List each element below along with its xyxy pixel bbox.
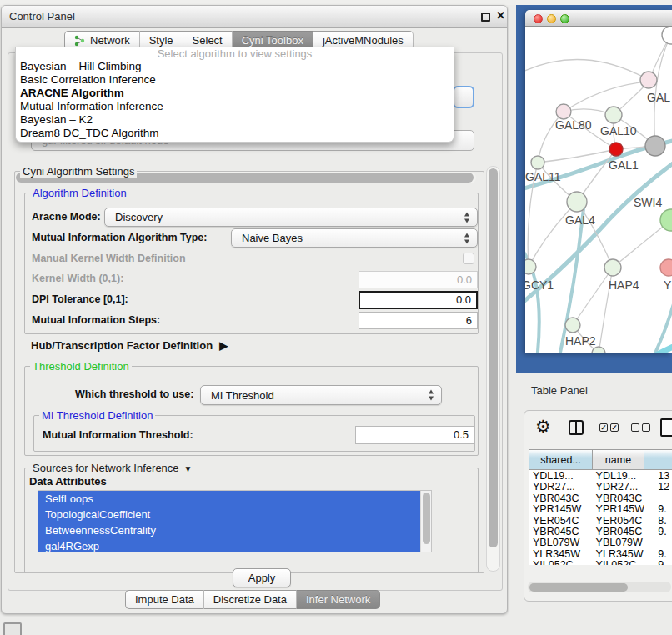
node-label: GAL xyxy=(647,91,670,104)
network-node[interactable] xyxy=(592,347,605,352)
algorithm-definition-group: Algorithm Definition Aracne Mode: Discov… xyxy=(24,192,479,334)
network-edge[interactable] xyxy=(630,337,672,352)
column-header[interactable] xyxy=(644,449,672,470)
dpi-tolerance-label: DPI Tolerance [0,1]: xyxy=(32,293,128,305)
attribute-item[interactable]: TopologicalCoefficient xyxy=(38,507,421,522)
close-icon[interactable]: ✕ xyxy=(496,9,505,22)
network-node-gal4[interactable] xyxy=(567,192,587,212)
algorithm-option[interactable]: ARACNE Algorithm xyxy=(16,87,454,100)
table-row[interactable]: YBR045CYBR045C9. xyxy=(529,526,672,537)
control-panel-title: Control Panel xyxy=(9,10,75,22)
network-node-gal11[interactable] xyxy=(531,156,544,169)
table-row[interactable]: YDL19...YDL19...13 xyxy=(529,470,672,481)
network-node-y[interactable] xyxy=(660,259,672,276)
which-threshold-label: Which threshold to use: xyxy=(75,388,193,400)
mi-threshold-group-title: MI Threshold Definition xyxy=(39,409,155,422)
mi-steps-field[interactable]: 6 xyxy=(359,312,478,329)
collapse-down-icon: ▼ xyxy=(184,464,193,473)
algorithm-option[interactable]: Basic Correlation Inference xyxy=(16,73,454,87)
manual-kernel-width-label: Manual Kernel Width Definition xyxy=(32,252,186,264)
network-node[interactable] xyxy=(645,136,665,156)
network-node-gcy1[interactable] xyxy=(525,259,536,274)
gear-icon[interactable]: ⚙ xyxy=(535,417,551,437)
settings-vertical-scrollbar[interactable] xyxy=(486,166,500,572)
attribute-item[interactable]: SelfLoops xyxy=(38,491,421,507)
manual-kernel-width-checkbox[interactable] xyxy=(463,252,474,264)
deselect-all-columns-icon[interactable] xyxy=(631,423,650,432)
algorithm-option[interactable]: Bayesian – K2 xyxy=(16,113,454,127)
network-node-gal80[interactable] xyxy=(556,104,571,119)
table-toolbar: ⚙ ✓✓ xyxy=(524,416,672,442)
network-node-gal10[interactable] xyxy=(605,107,622,123)
threshold-definition-title: Threshold Definition xyxy=(30,360,132,372)
attribute-item[interactable]: BetweennessCentrality xyxy=(38,522,421,538)
network-canvas[interactable]: GALGAL80GAL10GAL1GAL11GAL4SWI4GCY1HAP4YH… xyxy=(525,27,672,352)
network-node-gal1[interactable] xyxy=(609,142,623,156)
minimize-traffic-light[interactable] xyxy=(547,14,556,23)
network-node[interactable] xyxy=(662,27,672,44)
table-row[interactable]: YBL079WYBL079W xyxy=(529,537,672,548)
network-node-hap2[interactable] xyxy=(565,318,580,332)
mi-threshold-field[interactable]: 0.5 xyxy=(355,426,474,444)
tab-label: Network xyxy=(90,34,130,47)
combobox-arrows-icon xyxy=(428,390,435,401)
node-label: GAL10 xyxy=(600,124,637,138)
table-row[interactable]: YPR145WYPR145W9. xyxy=(529,503,672,514)
data-attributes-list[interactable]: SelfLoopsTopologicalCoefficientBetweenne… xyxy=(38,490,432,552)
tab-infer-network[interactable]: Infer Network xyxy=(297,590,380,609)
threshold-definition-group: Threshold Definition Which threshold to … xyxy=(24,366,479,456)
which-threshold-combobox[interactable]: MI Threshold xyxy=(200,385,442,405)
sources-group: Sources for Network Inference▼ Data Attr… xyxy=(24,468,479,573)
close-traffic-light[interactable] xyxy=(534,14,543,23)
algorithm-option[interactable]: Bayesian – Hill Climbing xyxy=(16,60,454,73)
table-row[interactable]: YLR345WYLR345W9. xyxy=(529,548,672,559)
table-horizontal-scrollbar[interactable] xyxy=(528,582,671,592)
algorithm-definition-title: Algorithm Definition xyxy=(30,187,129,199)
list-scrollbar[interactable] xyxy=(420,491,431,552)
node-label: GAL11 xyxy=(525,170,561,183)
column-header[interactable]: shared... xyxy=(529,449,592,470)
aracne-mode-combobox[interactable]: Discovery xyxy=(104,208,478,227)
table-row[interactable]: YER054CYER054C8. xyxy=(529,515,672,526)
node-label: HAP2 xyxy=(565,334,596,348)
node-label: GAL4 xyxy=(565,213,595,227)
algorithm-dropdown-popup: Select algorithm to view settings Bayesi… xyxy=(15,48,454,142)
select-all-columns-icon[interactable]: ✓✓ xyxy=(599,423,619,432)
apply-button[interactable]: Apply xyxy=(233,568,291,588)
network-edge[interactable] xyxy=(529,202,577,267)
network-edge[interactable] xyxy=(564,82,649,112)
network-window-titlebar[interactable] xyxy=(525,10,672,27)
algorithm-option[interactable]: Dream8 DC_TDC Algorithm xyxy=(16,127,454,140)
attribute-item[interactable]: gal4RGexp xyxy=(38,538,421,552)
float-window-icon[interactable] xyxy=(481,12,490,22)
dpi-tolerance-field[interactable]: 0.0 xyxy=(359,291,478,309)
network-node-hap4[interactable] xyxy=(604,259,621,276)
node-table: shared...name YDL19...YDL19...13YDR27...… xyxy=(529,449,672,565)
split-columns-icon[interactable] xyxy=(569,420,584,435)
table-row[interactable]: YBR043CYBR043C xyxy=(529,492,672,503)
table-row[interactable]: YIL052CYIL052C9. xyxy=(529,559,672,565)
network-node-gal[interactable] xyxy=(640,72,657,88)
data-attributes-label: Data Attributes xyxy=(29,475,107,488)
network-edge[interactable] xyxy=(573,268,613,325)
table-panel: ⚙ ✓✓ shared...name YDL19...YDL19...13YDR… xyxy=(524,410,672,602)
hub-definition-expander[interactable]: Hub/Transcription Factor Definition▶ xyxy=(31,339,228,352)
zoom-traffic-light[interactable] xyxy=(560,14,569,23)
table-row[interactable]: YDR27...YDR27...12 xyxy=(529,481,672,492)
algorithm-option[interactable]: Mutual Information Inference xyxy=(16,100,454,113)
algorithm-combobox-arrow[interactable] xyxy=(453,86,474,108)
network-graph: GALGAL80GAL10GAL1GAL11GAL4SWI4GCY1HAP4YH… xyxy=(525,27,672,352)
tab-impute-data[interactable]: Impute Data xyxy=(125,590,204,609)
table-panel-title: Table Panel xyxy=(531,384,588,397)
collapsed-panel-icon[interactable] xyxy=(3,622,22,635)
network-edge[interactable] xyxy=(525,59,649,80)
node-label: GAL80 xyxy=(555,118,592,132)
network-icon xyxy=(74,35,86,47)
control-panel-titlebar: Control Panel ✕ xyxy=(2,6,507,28)
new-table-icon[interactable] xyxy=(660,418,672,437)
mi-algorithm-type-combobox[interactable]: Naive Bayes xyxy=(231,228,478,248)
tab-discretize-data[interactable]: Discretize Data xyxy=(204,590,297,609)
table-header-row: shared...name xyxy=(529,449,672,470)
column-header[interactable]: name xyxy=(592,449,644,470)
kernel-width-field[interactable]: 0.0 xyxy=(359,271,478,288)
